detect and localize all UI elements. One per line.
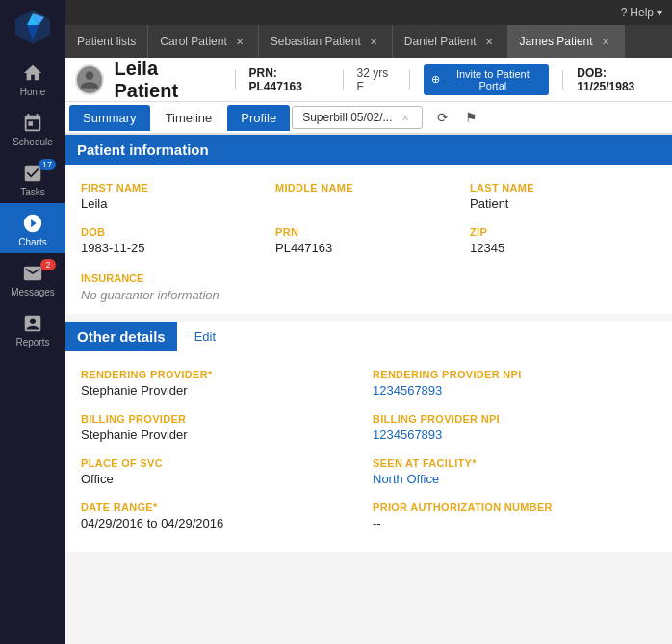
sub-navigation: Summary Timeline Profile Superbill 05/02… [65, 102, 672, 135]
seen-at-facility-value: North Office [373, 472, 657, 486]
patient-dob: DOB: 11/25/1983 [577, 66, 662, 93]
sub-tab-summary[interactable]: Summary [69, 105, 150, 131]
tab-james-label: James Patient [520, 35, 593, 48]
middle-name-label: MIDDLE NAME [275, 182, 462, 193]
avatar-icon [79, 69, 100, 90]
last-name-value: Patient [470, 196, 657, 211]
zip-value: 12345 [470, 241, 657, 255]
sub-tab-timeline[interactable]: Timeline [152, 105, 226, 131]
sidebar-schedule-label: Schedule [13, 137, 53, 147]
sidebar-item-reports[interactable]: Reports [0, 303, 65, 353]
messages-badge: 2 [40, 259, 56, 270]
rendering-provider-label: RENDERING PROVIDER* [81, 369, 365, 380]
field-rendering-provider-npi: RENDERING PROVIDER NPI 1234567893 [373, 369, 657, 398]
plus-icon: ⊕ [431, 73, 440, 86]
date-range-label: DATE RANGE* [81, 502, 365, 513]
billing-provider-label: BILLING PROVIDER [81, 413, 365, 425]
divider-2 [343, 70, 344, 90]
field-prn: PRN PL447163 [275, 226, 462, 255]
field-prior-auth: PRIOR AUTHORIZATION NUMBER -- [373, 502, 657, 530]
other-details-grid: RENDERING PROVIDER* Stephanie Provider R… [81, 359, 657, 540]
field-seen-at-facility: SEEN AT FACILITY* North Office [373, 457, 657, 486]
prn-label: PRN [275, 226, 462, 238]
field-rendering-provider: RENDERING PROVIDER* Stephanie Provider [81, 369, 365, 398]
profile-tab-label: Profile [241, 111, 276, 125]
rendering-provider-npi-value: 1234567893 [373, 383, 657, 398]
summary-tab-label: Summary [83, 111, 137, 125]
divider-3 [409, 70, 410, 90]
field-middle-name: MIDDLE NAME [275, 182, 462, 211]
sidebar-item-charts[interactable]: Charts [0, 203, 65, 253]
first-name-value: Leila [81, 196, 268, 211]
divider-4 [562, 70, 563, 90]
rendering-provider-value: Stephanie Provider [81, 383, 365, 398]
tab-daniel-close-icon[interactable]: ✕ [482, 35, 496, 48]
topbar: ? Help ▾ [65, 0, 672, 25]
billing-provider-npi-value: 1234567893 [373, 427, 657, 442]
tab-sebastian-close-icon[interactable]: ✕ [367, 35, 380, 48]
schedule-icon [22, 113, 43, 134]
superbill-label: Superbill 05/02/... [302, 111, 392, 124]
tab-sebastian-label: Sebastian Patient [271, 35, 361, 48]
insurance-label: INSURANCE [81, 272, 657, 284]
patient-name: Leila Patient [114, 58, 220, 102]
edit-link[interactable]: Edit [187, 329, 223, 344]
tab-carol-patient[interactable]: Carol Patient ✕ [148, 25, 258, 58]
home-icon [22, 63, 43, 84]
invite-label: Invite to Patient Portal [444, 68, 541, 91]
patient-fields-grid: FIRST NAME Leila MIDDLE NAME LAST NAME P… [81, 172, 657, 265]
tab-james-patient[interactable]: James Patient ✕ [508, 25, 625, 58]
no-guarantor-text: No guarantor information [81, 288, 657, 302]
superbill-close-icon[interactable]: ✕ [399, 111, 412, 124]
field-dob: DOB 1983-11-25 [81, 226, 268, 255]
sub-tab-profile[interactable]: Profile [227, 105, 290, 131]
prn-value: PL447163 [275, 241, 462, 255]
sidebar-item-schedule[interactable]: Schedule [0, 103, 65, 153]
prior-auth-label: PRIOR AUTHORIZATION NUMBER [373, 502, 657, 513]
sidebar-item-home[interactable]: Home [0, 53, 65, 103]
other-details-body: RENDERING PROVIDER* Stephanie Provider R… [65, 351, 672, 552]
help-chevron-icon: ▾ [657, 6, 662, 19]
sidebar-tasks-label: Tasks [20, 187, 45, 197]
tab-patient-lists-label: Patient lists [77, 35, 136, 48]
place-of-svc-label: PLACE OF SVC [81, 457, 365, 469]
flag-icon-btn[interactable]: ⚑ [459, 105, 484, 130]
logo[interactable] [0, 0, 65, 53]
field-billing-provider-npi: BILLING PROVIDER NPI 1234567893 [373, 413, 657, 442]
charts-icon [22, 213, 43, 234]
first-name-label: FIRST NAME [81, 182, 268, 193]
tab-daniel-patient[interactable]: Daniel Patient ✕ [393, 25, 508, 58]
invite-portal-button[interactable]: ⊕ Invite to Patient Portal [424, 64, 549, 95]
rendering-provider-npi-label: RENDERING PROVIDER NPI [373, 369, 657, 380]
tasks-badge: 17 [39, 159, 56, 170]
history-icon-btn[interactable]: ⟳ [430, 105, 455, 130]
tab-bar: Patient lists Carol Patient ✕ Sebastian … [65, 25, 672, 58]
sidebar-reports-label: Reports [15, 337, 49, 348]
superbill-tab[interactable]: Superbill 05/02/... ✕ [292, 106, 422, 129]
divider-1 [235, 70, 236, 90]
sidebar-messages-label: Messages [11, 287, 55, 297]
other-details-section: Other details Edit RENDERING PROVIDER* S… [65, 322, 672, 552]
question-icon: ? [621, 6, 628, 19]
timeline-tab-label: Timeline [166, 111, 213, 125]
last-name-label: LAST NAME [470, 182, 657, 193]
tab-sebastian-patient[interactable]: Sebastian Patient ✕ [259, 25, 393, 58]
content-area: Patient information FIRST NAME Leila MID… [65, 135, 672, 644]
tab-james-close-icon[interactable]: ✕ [599, 35, 612, 48]
patient-info-body: FIRST NAME Leila MIDDLE NAME LAST NAME P… [65, 165, 672, 314]
patient-age-sex: 32 yrs F [357, 66, 397, 93]
field-last-name: LAST NAME Patient [470, 182, 657, 211]
sidebar: Home Schedule Tasks 17 Charts Messages 2… [0, 0, 65, 644]
billing-provider-value: Stephanie Provider [81, 427, 365, 442]
sidebar-item-tasks[interactable]: Tasks 17 [0, 153, 65, 203]
dob-label: DOB [81, 226, 268, 238]
sidebar-charts-label: Charts [18, 237, 46, 247]
tab-patient-lists[interactable]: Patient lists [65, 25, 148, 58]
help-button[interactable]: ? Help ▾ [621, 6, 662, 19]
patient-header: Leila Patient PRN: PL447163 32 yrs F ⊕ I… [65, 58, 672, 102]
tab-carol-close-icon[interactable]: ✕ [233, 35, 246, 48]
place-of-svc-value: Office [81, 472, 365, 486]
sub-nav-icons: ⟳ ⚑ [430, 105, 484, 130]
other-details-header: Other details [65, 322, 177, 351]
sidebar-item-messages[interactable]: Messages 2 [0, 253, 65, 303]
